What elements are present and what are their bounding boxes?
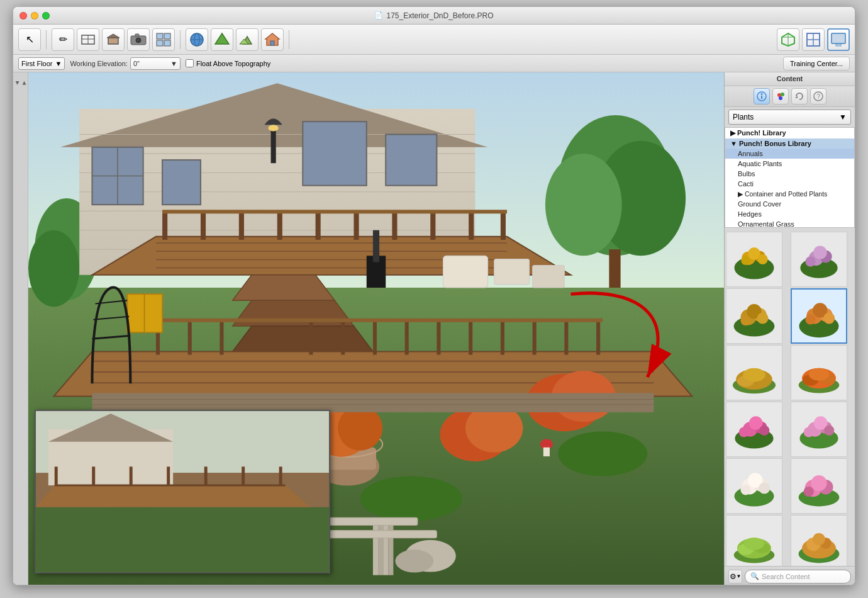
svg-rect-8	[157, 33, 163, 39]
aquatic-plants-item[interactable]: Aquatic Plants	[725, 159, 854, 169]
search-gear-button[interactable]: ⚙ ▼	[728, 570, 742, 584]
exterior-tool[interactable]	[102, 28, 125, 51]
svg-rect-145	[130, 466, 133, 485]
svg-rect-7	[135, 34, 139, 37]
ruler-indicator: ▲▼	[14, 80, 28, 87]
svg-marker-15	[215, 33, 229, 44]
titlebar: 📄 175_Exterior_DnD_Before.PRO	[13, 7, 855, 25]
svg-rect-67	[501, 211, 506, 240]
info-tab[interactable]	[754, 88, 770, 104]
ornamental-grass-item[interactable]: Ornamental Grass	[725, 219, 854, 228]
search-input-field[interactable]: 🔍 Search Content	[745, 570, 851, 584]
svg-rect-94	[373, 230, 379, 262]
terrain-tool[interactable]	[236, 28, 259, 51]
svg-rect-84	[373, 320, 377, 355]
plant-thumb-4[interactable]	[791, 288, 847, 344]
svg-rect-89	[533, 320, 537, 355]
container-potted-label: Container and Potted Plants	[745, 190, 827, 198]
camera-tool[interactable]	[127, 28, 150, 51]
float-above-topography[interactable]: Float Above Topography	[186, 59, 270, 67]
training-center-button[interactable]: Training Center...	[783, 57, 850, 71]
svg-point-212	[759, 482, 770, 494]
svg-rect-82	[309, 320, 313, 355]
plant-thumbnail-grid	[725, 230, 855, 567]
svg-point-116	[360, 476, 462, 521]
3d-view-button[interactable]	[777, 28, 799, 51]
plant-thumb-10[interactable]	[791, 458, 847, 514]
landscape-tool[interactable]	[211, 28, 233, 51]
plant-thumb-6[interactable]	[791, 345, 847, 400]
toolbar-separator-2	[180, 30, 181, 49]
left-ruler: ▲▼	[13, 72, 28, 585]
viewport-button[interactable]	[827, 28, 850, 51]
plant-thumb-9[interactable]	[726, 458, 782, 514]
svg-point-172	[805, 256, 815, 266]
working-elevation: Working Elevation: 0" ▼	[70, 57, 181, 70]
plants-category-dropdown[interactable]: Plants ▼	[728, 110, 851, 125]
plant-thumb-11[interactable]	[726, 515, 782, 567]
bonus-library-arrow: ▼	[730, 140, 737, 147]
viewport[interactable]	[28, 72, 724, 585]
category-tree: ▶ Punch! Library ▼ Punch! Bonus Library …	[725, 127, 855, 228]
plant-thumb-5[interactable]	[726, 345, 782, 400]
svg-rect-9	[164, 33, 170, 39]
hedges-item[interactable]: Hedges	[725, 209, 854, 219]
refresh-tab[interactable]	[791, 88, 808, 104]
ground-cover-item[interactable]: Ground Cover	[725, 199, 854, 209]
floorplan-button[interactable]	[802, 28, 825, 51]
floor-plan-tool[interactable]	[77, 28, 99, 51]
svg-point-200	[759, 426, 769, 436]
gear-icon: ⚙	[730, 572, 737, 581]
bulbs-item[interactable]: Bulbs	[725, 169, 854, 179]
svg-rect-83	[341, 320, 345, 355]
container-potted-item[interactable]: ▶ Container and Potted Plants	[725, 189, 854, 199]
elevation-chevron-icon: ▼	[170, 60, 177, 67]
plant-thumb-2[interactable]	[791, 232, 847, 287]
svg-point-205	[803, 427, 813, 437]
gear-dropdown-icon: ▼	[737, 573, 742, 579]
bonus-library-label: Punch! Bonus Library	[739, 140, 811, 147]
svg-rect-61	[277, 211, 282, 240]
minimize-button[interactable]	[31, 12, 38, 20]
punch-bonus-library-item[interactable]: ▼ Punch! Bonus Library	[725, 138, 854, 149]
float-checkbox[interactable]	[186, 59, 194, 67]
search-bar: ⚙ ▼ 🔍 Search Content	[725, 566, 855, 585]
svg-point-158	[779, 96, 782, 100]
home-tool[interactable]	[261, 28, 284, 51]
maximize-button[interactable]	[42, 12, 50, 20]
elevation-value: 0"	[133, 60, 140, 67]
svg-rect-144	[92, 466, 95, 485]
floor-select[interactable]: First Floor ▼	[18, 57, 65, 70]
toolbar-separator-1	[46, 30, 47, 49]
svg-point-227	[813, 533, 825, 546]
close-button[interactable]	[19, 12, 27, 20]
svg-rect-59	[201, 211, 206, 240]
annuals-item[interactable]: Annuals	[725, 149, 854, 159]
plant-thumb-7[interactable]	[726, 402, 782, 457]
plant-thumb-3[interactable]	[726, 288, 782, 344]
cacti-item[interactable]: Cacti	[725, 179, 854, 189]
plant-thumb-12[interactable]	[791, 515, 847, 567]
arrow-tool[interactable]: ↖	[18, 28, 41, 51]
svg-rect-152	[36, 507, 329, 572]
svg-point-184	[823, 312, 835, 324]
help-tab[interactable]: ?	[810, 88, 826, 104]
svg-point-124	[395, 550, 433, 573]
svg-point-217	[803, 487, 813, 497]
svg-rect-63	[353, 211, 359, 240]
grid-tool[interactable]	[152, 28, 175, 51]
svg-point-155	[760, 93, 762, 95]
color-tab[interactable]	[772, 88, 789, 104]
plant-thumb-8[interactable]	[791, 402, 847, 457]
svg-point-183	[805, 314, 815, 324]
punch-library-item[interactable]: ▶ Punch! Library	[725, 128, 854, 138]
globe-tool[interactable]	[186, 28, 208, 51]
elevation-input[interactable]: 0" ▼	[130, 57, 181, 70]
punch-library-label: Punch! Library	[737, 129, 786, 137]
svg-rect-66	[469, 211, 474, 240]
svg-rect-146	[167, 466, 170, 485]
plant-thumb-1[interactable]	[726, 232, 782, 287]
pencil-tool[interactable]: ✏	[52, 28, 74, 51]
svg-rect-68	[162, 210, 507, 213]
svg-point-222	[744, 538, 764, 550]
